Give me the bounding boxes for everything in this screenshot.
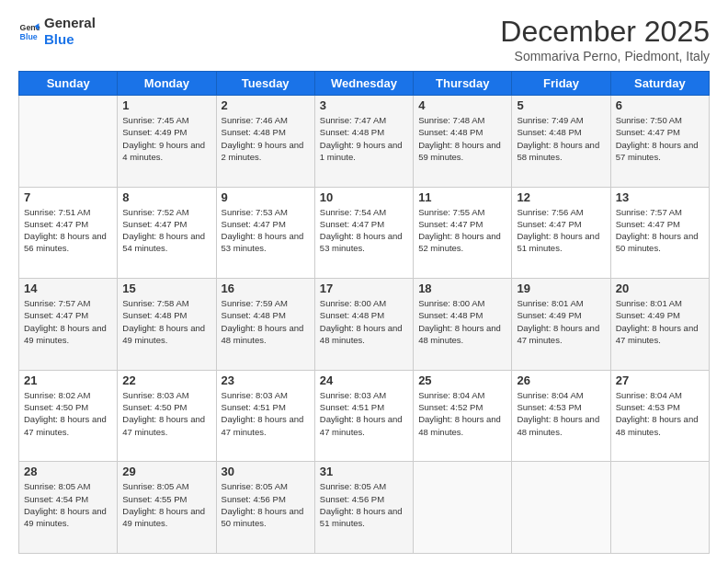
- cell-details: Sunrise: 7:52 AMSunset: 4:47 PMDaylight:…: [122, 206, 210, 255]
- day-number: 26: [517, 373, 605, 387]
- cell-details: Sunrise: 7:57 AMSunset: 4:47 PMDaylight:…: [24, 297, 112, 346]
- weekday-header-friday: Friday: [512, 72, 610, 96]
- cell-details: Sunrise: 8:01 AMSunset: 4:49 PMDaylight:…: [517, 297, 605, 346]
- calendar-cell: 12Sunrise: 7:56 AMSunset: 4:47 PMDayligh…: [512, 187, 610, 279]
- day-number: 16: [222, 282, 310, 295]
- day-number: 31: [320, 465, 408, 478]
- day-number: 2: [222, 98, 310, 112]
- day-number: 27: [616, 373, 704, 387]
- day-number: 15: [122, 282, 210, 295]
- calendar-cell: 4Sunrise: 7:48 AMSunset: 4:48 PMDaylight…: [414, 96, 512, 188]
- calendar-cell: 7Sunrise: 7:51 AMSunset: 4:47 PMDaylight…: [19, 187, 118, 279]
- calendar-cell: 10Sunrise: 7:54 AMSunset: 4:47 PMDayligh…: [314, 187, 413, 279]
- calendar-cell: 22Sunrise: 8:03 AMSunset: 4:50 PMDayligh…: [118, 370, 216, 462]
- cell-details: Sunrise: 7:59 AMSunset: 4:48 PMDaylight:…: [222, 297, 310, 346]
- calendar-cell: 17Sunrise: 8:00 AMSunset: 4:48 PMDayligh…: [314, 279, 413, 371]
- cell-details: Sunrise: 8:03 AMSunset: 4:51 PMDaylight:…: [320, 389, 408, 438]
- calendar-cell: 26Sunrise: 8:04 AMSunset: 4:53 PMDayligh…: [512, 370, 610, 462]
- calendar-week-row: 21Sunrise: 8:02 AMSunset: 4:50 PMDayligh…: [19, 370, 710, 462]
- logo-blue: Blue: [44, 31, 96, 48]
- day-number: 19: [517, 282, 605, 295]
- day-number: 22: [122, 373, 210, 387]
- cell-details: Sunrise: 7:49 AMSunset: 4:48 PMDaylight:…: [517, 114, 605, 163]
- logo: General Blue General Blue: [18, 15, 96, 48]
- calendar-cell: [610, 462, 709, 554]
- weekday-header-monday: Monday: [118, 72, 216, 96]
- title-area: December 2025 Sommariva Perno, Piedmont,…: [500, 15, 710, 63]
- calendar-cell: [512, 462, 610, 554]
- weekday-header-tuesday: Tuesday: [216, 72, 314, 96]
- day-number: 20: [616, 282, 704, 295]
- calendar-cell: 16Sunrise: 7:59 AMSunset: 4:48 PMDayligh…: [216, 279, 314, 371]
- calendar-cell: 14Sunrise: 7:57 AMSunset: 4:47 PMDayligh…: [19, 279, 118, 371]
- month-title: December 2025: [500, 15, 710, 49]
- cell-details: Sunrise: 7:53 AMSunset: 4:47 PMDaylight:…: [222, 206, 310, 255]
- calendar-table: SundayMondayTuesdayWednesdayThursdayFrid…: [18, 71, 710, 554]
- cell-details: Sunrise: 7:56 AMSunset: 4:47 PMDaylight:…: [517, 206, 605, 255]
- calendar-cell: 9Sunrise: 7:53 AMSunset: 4:47 PMDaylight…: [216, 187, 314, 279]
- calendar-cell: 13Sunrise: 7:57 AMSunset: 4:47 PMDayligh…: [610, 187, 709, 279]
- header: General Blue General Blue December 2025 …: [18, 15, 710, 63]
- cell-details: Sunrise: 8:04 AMSunset: 4:53 PMDaylight:…: [616, 389, 704, 438]
- calendar-cell: 30Sunrise: 8:05 AMSunset: 4:56 PMDayligh…: [216, 462, 314, 554]
- cell-details: Sunrise: 8:04 AMSunset: 4:53 PMDaylight:…: [517, 389, 605, 438]
- day-number: 11: [418, 190, 506, 204]
- day-number: 3: [320, 98, 408, 112]
- calendar-cell: 2Sunrise: 7:46 AMSunset: 4:48 PMDaylight…: [216, 96, 314, 188]
- cell-details: Sunrise: 8:05 AMSunset: 4:56 PMDaylight:…: [320, 480, 408, 529]
- calendar-cell: 18Sunrise: 8:00 AMSunset: 4:48 PMDayligh…: [414, 279, 512, 371]
- cell-details: Sunrise: 7:45 AMSunset: 4:49 PMDaylight:…: [122, 114, 210, 163]
- weekday-header-row: SundayMondayTuesdayWednesdayThursdayFrid…: [19, 72, 710, 96]
- cell-details: Sunrise: 7:51 AMSunset: 4:47 PMDaylight:…: [24, 206, 112, 255]
- day-number: 17: [320, 282, 408, 295]
- calendar-week-row: 1Sunrise: 7:45 AMSunset: 4:49 PMDaylight…: [19, 96, 710, 188]
- weekday-header-sunday: Sunday: [19, 72, 118, 96]
- calendar-week-row: 28Sunrise: 8:05 AMSunset: 4:54 PMDayligh…: [19, 462, 710, 554]
- calendar-cell: 8Sunrise: 7:52 AMSunset: 4:47 PMDaylight…: [118, 187, 216, 279]
- cell-details: Sunrise: 8:00 AMSunset: 4:48 PMDaylight:…: [418, 297, 506, 346]
- page: General Blue General Blue December 2025 …: [0, 0, 728, 563]
- cell-details: Sunrise: 8:05 AMSunset: 4:54 PMDaylight:…: [24, 480, 112, 529]
- day-number: 28: [24, 465, 112, 478]
- calendar-cell: 29Sunrise: 8:05 AMSunset: 4:55 PMDayligh…: [118, 462, 216, 554]
- cell-details: Sunrise: 7:47 AMSunset: 4:48 PMDaylight:…: [320, 114, 408, 163]
- calendar-cell: 31Sunrise: 8:05 AMSunset: 4:56 PMDayligh…: [314, 462, 413, 554]
- weekday-header-thursday: Thursday: [414, 72, 512, 96]
- cell-details: Sunrise: 7:55 AMSunset: 4:47 PMDaylight:…: [418, 206, 506, 255]
- day-number: 9: [222, 190, 310, 204]
- calendar-cell: 25Sunrise: 8:04 AMSunset: 4:52 PMDayligh…: [414, 370, 512, 462]
- cell-details: Sunrise: 8:00 AMSunset: 4:48 PMDaylight:…: [320, 297, 408, 346]
- cell-details: Sunrise: 7:48 AMSunset: 4:48 PMDaylight:…: [418, 114, 506, 163]
- calendar-cell: 3Sunrise: 7:47 AMSunset: 4:48 PMDaylight…: [314, 96, 413, 188]
- calendar-cell: 5Sunrise: 7:49 AMSunset: 4:48 PMDaylight…: [512, 96, 610, 188]
- calendar-cell: 27Sunrise: 8:04 AMSunset: 4:53 PMDayligh…: [610, 370, 709, 462]
- cell-details: Sunrise: 7:58 AMSunset: 4:48 PMDaylight:…: [122, 297, 210, 346]
- day-number: 24: [320, 373, 408, 387]
- cell-details: Sunrise: 8:03 AMSunset: 4:51 PMDaylight:…: [222, 389, 310, 438]
- cell-details: Sunrise: 7:46 AMSunset: 4:48 PMDaylight:…: [222, 114, 310, 163]
- cell-details: Sunrise: 8:02 AMSunset: 4:50 PMDaylight:…: [24, 389, 112, 438]
- calendar-cell: 11Sunrise: 7:55 AMSunset: 4:47 PMDayligh…: [414, 187, 512, 279]
- day-number: 23: [222, 373, 310, 387]
- location: Sommariva Perno, Piedmont, Italy: [500, 49, 710, 63]
- logo-icon: General Blue: [18, 20, 40, 42]
- day-number: 18: [418, 282, 506, 295]
- day-number: 14: [24, 282, 112, 295]
- cell-details: Sunrise: 8:05 AMSunset: 4:56 PMDaylight:…: [222, 480, 310, 529]
- cell-details: Sunrise: 7:54 AMSunset: 4:47 PMDaylight:…: [320, 206, 408, 255]
- day-number: 7: [24, 190, 112, 204]
- cell-details: Sunrise: 7:57 AMSunset: 4:47 PMDaylight:…: [616, 206, 704, 255]
- day-number: 29: [122, 465, 210, 478]
- calendar-cell: 28Sunrise: 8:05 AMSunset: 4:54 PMDayligh…: [19, 462, 118, 554]
- cell-details: Sunrise: 8:03 AMSunset: 4:50 PMDaylight:…: [122, 389, 210, 438]
- calendar-cell: [19, 96, 118, 188]
- day-number: 6: [616, 98, 704, 112]
- calendar-cell: 20Sunrise: 8:01 AMSunset: 4:49 PMDayligh…: [610, 279, 709, 371]
- day-number: 13: [616, 190, 704, 204]
- calendar-cell: 19Sunrise: 8:01 AMSunset: 4:49 PMDayligh…: [512, 279, 610, 371]
- day-number: 21: [24, 373, 112, 387]
- calendar-cell: 21Sunrise: 8:02 AMSunset: 4:50 PMDayligh…: [19, 370, 118, 462]
- day-number: 12: [517, 190, 605, 204]
- day-number: 4: [418, 98, 506, 112]
- day-number: 5: [517, 98, 605, 112]
